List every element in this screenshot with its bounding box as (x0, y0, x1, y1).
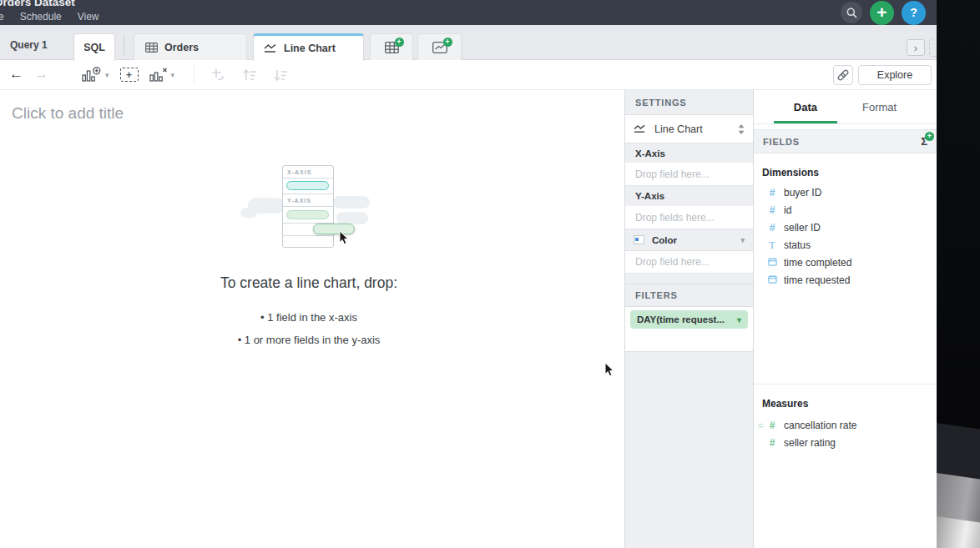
illustration-cursor-icon (339, 230, 350, 246)
settings-gap (625, 274, 753, 284)
plus-icon: + (876, 3, 887, 21)
menu-item-schedule[interactable]: Schedule (20, 11, 62, 23)
chart-type-value: Line Chart (654, 123, 730, 135)
color-section-row[interactable]: Color ▾ (625, 229, 753, 251)
field-name: cancellation rate (784, 420, 856, 431)
line-chart-icon (264, 43, 277, 53)
tab-add-chart[interactable]: + (417, 33, 462, 61)
measures-list: =#cancellation rate #seller rating (754, 416, 937, 451)
tab-data[interactable]: Data (791, 90, 821, 123)
explore-label: Explore (877, 69, 912, 81)
tab-add-table[interactable]: + (370, 33, 413, 61)
tab-sql[interactable]: SQL (73, 33, 115, 61)
mouse-cursor-icon (604, 362, 615, 378)
cloud-shape (240, 208, 257, 218)
number-type-icon: # (767, 437, 777, 449)
share-link-button[interactable] (833, 65, 853, 85)
remove-chart-element-button[interactable]: ▾ (149, 67, 175, 83)
field-item-time-requested[interactable]: time requested (754, 271, 937, 289)
chart-type-select[interactable]: Line Chart (625, 115, 753, 143)
explore-button[interactable]: Explore (858, 65, 932, 85)
topbar-actions: + ? (841, 0, 926, 25)
filters-drop-zone[interactable]: DAY(time request... ▾ (625, 307, 753, 352)
chart-tools-group: ▾ + ▾ (82, 60, 174, 89)
search-icon (846, 7, 858, 19)
y-axis-drop-zone[interactable]: Drop fields here... (625, 206, 753, 229)
filter-chip-day-time-requested[interactable]: DAY(time request... ▾ (630, 310, 748, 329)
illustration-row (283, 178, 333, 194)
number-type-icon: # (767, 187, 777, 199)
drop-tab-placeholder (929, 38, 937, 57)
illustration-row (283, 207, 333, 224)
field-name: time requested (784, 274, 850, 286)
menu-item-file-partial[interactable]: e (0, 11, 4, 23)
color-drop-zone[interactable]: Drop field here... (625, 251, 753, 274)
caret-down-icon: ▾ (737, 315, 741, 324)
x-axis-drop-zone[interactable]: Drop field here... (625, 163, 753, 186)
fields-header-row: FIELDS Σ + (754, 129, 937, 153)
fields-header-label: FIELDS (763, 137, 800, 147)
field-item-id[interactable]: #id (754, 201, 937, 219)
sort-descending-icon[interactable] (272, 68, 289, 83)
pivot-icon[interactable] (210, 67, 227, 83)
field-item-buyer-id[interactable]: #buyer ID (754, 184, 937, 201)
content-area: Click to add title X-AXIS Y-AXIS To crea… (0, 90, 937, 548)
x-axis-field-pill (286, 181, 329, 190)
chart-canvas[interactable]: Click to add title X-AXIS Y-AXIS To crea… (0, 90, 624, 548)
tab-line-chart-active[interactable]: Line Chart (253, 33, 364, 61)
tab-format[interactable]: Format (859, 90, 900, 123)
number-type-icon: # (767, 420, 777, 431)
search-button[interactable] (841, 2, 862, 23)
formula-type-icon: = (758, 420, 763, 430)
bar-chart-add-icon (82, 67, 102, 83)
field-name: buyer ID (784, 187, 821, 199)
tab-sql-label: SQL (83, 42, 105, 53)
undo-back-button[interactable]: ← (9, 65, 23, 83)
tab-orders[interactable]: Orders (134, 33, 247, 61)
settings-header: SETTINGS (625, 90, 753, 115)
document-title: Orders Dataset (0, 0, 75, 8)
drop-hint-bullet: • 1 field in the x-axis (0, 311, 618, 324)
chart-title-placeholder[interactable]: Click to add title (12, 104, 124, 123)
stepper-icon (738, 124, 745, 134)
add-badge-icon: + (395, 38, 404, 47)
tab-separator (124, 37, 124, 55)
drop-hint-headline: To create a line chart, drop: (0, 274, 618, 292)
measures-label: Measures (762, 398, 937, 410)
tab-line-chart-label: Line Chart (284, 43, 336, 54)
chevron-right-icon: › (914, 42, 917, 54)
topbar: Orders Dataset e Schedule View + ? (0, 0, 937, 25)
table-icon (145, 43, 158, 53)
text-type-icon: T (767, 239, 777, 252)
drop-hint-bullet: • 1 or more fields in the y-axis (0, 334, 618, 346)
caret-down-icon: ▾ (740, 236, 745, 244)
desktop-background (937, 0, 980, 548)
field-item-time-completed[interactable]: time completed (754, 254, 937, 271)
help-button[interactable]: ? (902, 1, 926, 25)
date-type-icon (767, 257, 777, 269)
field-item-cancellation-rate[interactable]: =#cancellation rate (754, 416, 937, 434)
redo-forward-button[interactable]: → (34, 65, 48, 83)
add-badge-icon: + (925, 132, 934, 141)
field-item-status[interactable]: Tstatus (754, 236, 937, 254)
add-measure-button[interactable]: Σ + (921, 135, 927, 148)
toolbar: ← → ▾ + ▾ Exp (0, 60, 937, 90)
color-swatch-icon (634, 235, 644, 244)
tab-orders-label: Orders (164, 42, 199, 53)
number-type-icon: # (767, 222, 777, 234)
field-item-seller-id[interactable]: #seller ID (754, 219, 937, 236)
collapse-panel-button[interactable]: › (907, 39, 925, 56)
toolbar-separator (194, 65, 194, 85)
add-button[interactable]: + (870, 1, 894, 25)
add-container-button[interactable]: + (120, 68, 139, 82)
sort-ascending-icon[interactable] (241, 68, 258, 83)
menu-item-view[interactable]: View (78, 11, 99, 23)
add-chart-element-button[interactable]: ▾ (82, 67, 109, 83)
field-item-seller-rating[interactable]: #seller rating (754, 434, 937, 451)
screen: Orders Dataset e Schedule View + ? Query… (0, 0, 980, 548)
y-axis-field-pill (286, 210, 329, 219)
dimensions-list: #buyer ID #id #seller ID Tstatus time co… (754, 184, 937, 289)
cloud-shape (336, 212, 368, 224)
cloud-shape (333, 196, 370, 209)
app-window: Orders Dataset e Schedule View + ? Query… (0, 0, 937, 548)
